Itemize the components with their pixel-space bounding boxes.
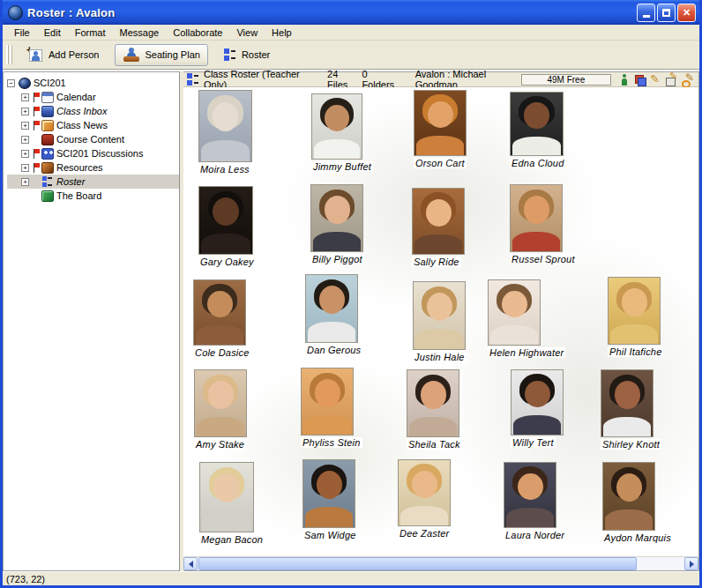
unread-flag-icon <box>33 107 41 116</box>
expand-box[interactable]: + <box>21 164 29 172</box>
tree-item-sci201[interactable]: −SCI201 <box>7 76 179 90</box>
menu-message[interactable]: Message <box>114 26 166 39</box>
student-photo <box>301 368 354 435</box>
roster-view-button[interactable]: Roster <box>217 46 277 64</box>
student-photo <box>311 93 362 160</box>
student-card[interactable]: Phil Itafiche <box>608 277 661 345</box>
key-icon[interactable] <box>682 74 693 86</box>
edit-icon[interactable] <box>650 74 661 86</box>
tree-item-course-content[interactable]: +Course Content <box>7 132 179 146</box>
student-name-label: Dee Zaster <box>398 528 451 539</box>
menu-format[interactable]: Format <box>69 26 112 39</box>
student-photo <box>601 369 653 437</box>
tree-item-class-news[interactable]: +Class News <box>7 118 179 132</box>
student-card[interactable]: Russel Sprout <box>510 184 563 252</box>
expand-box[interactable]: + <box>21 178 29 186</box>
tree-item-the-board[interactable]: The Board <box>7 189 179 203</box>
student-photo <box>510 184 563 252</box>
student-card[interactable]: Laura Norder <box>504 462 556 528</box>
close-button[interactable]: ✕ <box>677 4 696 22</box>
toolbar: + Add Person Seating Plan Roster <box>3 41 699 71</box>
add-person-button[interactable]: + Add Person <box>19 44 106 65</box>
student-card[interactable]: Helen Highwater <box>488 279 541 346</box>
student-name-label: Edna Cloud <box>510 158 566 168</box>
expand-box[interactable]: + <box>21 150 29 158</box>
menu-view[interactable]: View <box>230 26 264 39</box>
student-card[interactable]: Cole Dasice <box>193 279 246 346</box>
student-name-label: Dan Gerous <box>305 345 362 355</box>
menu-collaborate[interactable]: Collaborate <box>167 26 228 39</box>
student-card[interactable]: Sheila Tack <box>407 369 459 437</box>
student-photo <box>413 281 466 350</box>
student-card[interactable]: Edna Cloud <box>510 92 564 156</box>
student-card[interactable]: Jimmy Buffet <box>311 93 362 160</box>
menu-edit[interactable]: Edit <box>38 26 67 39</box>
roster-label: Roster <box>242 49 270 60</box>
tree-item-sci201-discussions[interactable]: +SCI201 Discussions <box>7 146 179 160</box>
stamp-icon[interactable] <box>666 74 677 86</box>
student-card[interactable]: Dee Zaster <box>398 459 451 526</box>
tree-item-label: SCI201 <box>34 78 66 88</box>
person-status-icon[interactable] <box>618 74 630 86</box>
roster-canvas: Moira LessJimmy BuffetOrson CartEdna Clo… <box>183 87 698 556</box>
student-card[interactable]: Megan Bacon <box>199 462 254 532</box>
minimize-button[interactable] <box>637 4 655 22</box>
student-card[interactable]: Amy Stake <box>194 369 247 437</box>
student-card[interactable]: Shirley Knott <box>601 369 653 437</box>
student-card[interactable]: Billy Piggot <box>310 184 363 252</box>
student-name-label: Gary Oakey <box>198 257 256 267</box>
student-photo <box>310 184 363 252</box>
student-photo <box>510 92 564 156</box>
toolbar-grip[interactable] <box>6 45 12 64</box>
student-name-label: Billy Piggot <box>310 254 364 264</box>
expand-box[interactable]: + <box>21 93 29 101</box>
scroll-thumb[interactable] <box>198 557 637 570</box>
student-name-label: Orson Cart <box>414 158 467 168</box>
scroll-track[interactable] <box>198 557 684 570</box>
student-card[interactable]: Dan Gerous <box>305 274 358 343</box>
student-name-label: Cole Dasice <box>193 347 251 358</box>
student-card[interactable]: Sam Widge <box>302 459 355 528</box>
roster-icon <box>224 48 237 62</box>
unread-flag-icon <box>33 121 41 130</box>
folder-tree: −SCI201+Calendar+Class Inbox+Class News+… <box>3 71 179 571</box>
maximize-button[interactable] <box>657 4 676 22</box>
expand-box[interactable]: + <box>21 136 29 144</box>
student-name-label: Amy Stake <box>194 439 246 450</box>
tree-item-calendar[interactable]: +Calendar <box>7 90 179 104</box>
unread-flag-icon <box>33 93 41 102</box>
student-photo <box>414 90 467 156</box>
student-card[interactable]: Aydon Marquis <box>602 462 655 531</box>
content-header: Class Roster (Teacher Only) 24 Files 0 F… <box>183 72 698 87</box>
student-card[interactable]: Phyliss Stein <box>301 368 354 435</box>
seating-plan-button[interactable]: Seating Plan <box>115 44 207 66</box>
scroll-right-arrow[interactable] <box>684 557 698 570</box>
student-name-label: Phil Itafiche <box>608 346 663 357</box>
main-pane: Class Roster (Teacher Only) 24 Files 0 F… <box>183 71 699 571</box>
student-photo <box>398 459 451 526</box>
tree-item-label: SCI201 Discussions <box>56 148 143 159</box>
student-name-label: Helen Highwater <box>488 347 565 358</box>
tree-item-roster[interactable]: +Roster <box>7 175 179 189</box>
collapse-box[interactable]: − <box>7 79 15 87</box>
student-card[interactable]: Orson Cart <box>414 90 467 156</box>
student-card[interactable]: Gary Oakey <box>198 186 253 255</box>
copy-icon[interactable] <box>634 74 646 86</box>
scroll-left-arrow[interactable] <box>183 557 198 570</box>
expand-box[interactable]: + <box>21 122 29 130</box>
seating-plan-icon <box>123 48 140 63</box>
menu-help[interactable]: Help <box>265 26 298 39</box>
tree-item-resources[interactable]: +Resources <box>7 160 179 175</box>
tree-item-label: Class Inbox <box>56 106 107 116</box>
student-card[interactable]: Justin Hale <box>413 281 466 350</box>
menu-file[interactable]: File <box>8 26 36 39</box>
tree-item-class-inbox[interactable]: +Class Inbox <box>7 104 179 118</box>
student-photo <box>511 369 564 435</box>
student-card[interactable]: Moira Less <box>198 90 252 162</box>
student-card[interactable]: Willy Tert <box>511 369 564 435</box>
student-card[interactable]: Sally Ride <box>412 188 465 255</box>
horizontal-scrollbar <box>183 556 698 570</box>
student-photo <box>602 462 655 531</box>
inbox-icon <box>41 106 54 117</box>
expand-box[interactable]: + <box>21 108 29 115</box>
